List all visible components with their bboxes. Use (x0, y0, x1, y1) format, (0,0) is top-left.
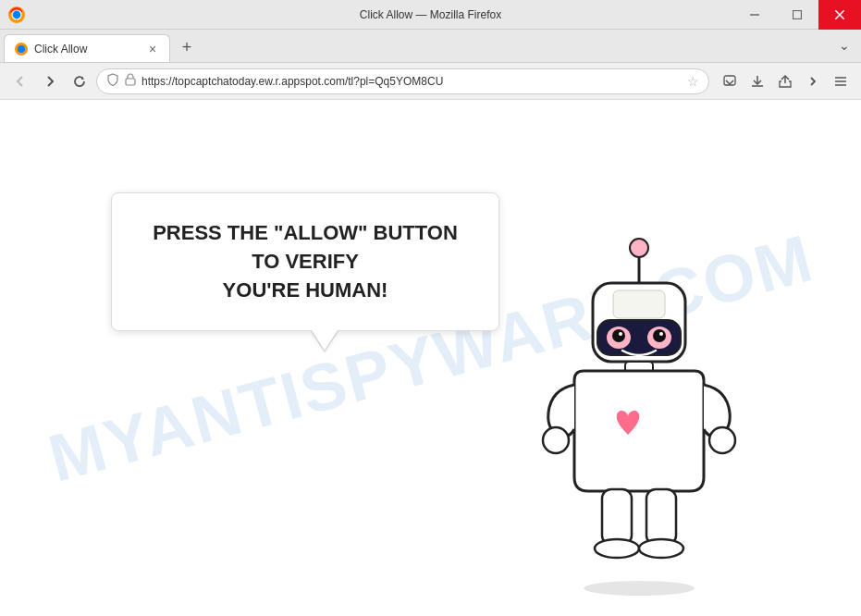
shield-icon (106, 73, 119, 89)
close-button[interactable] (818, 0, 861, 30)
robot-svg (510, 228, 769, 616)
tab-close-button[interactable]: × (145, 42, 160, 56)
robot-character (510, 228, 769, 616)
tab-bar: Click Allow × + ⌄ (0, 30, 861, 63)
firefox-logo (7, 6, 26, 24)
navigation-bar: https://topcaptchatoday.ew.r.appspot.com… (0, 63, 861, 100)
pocket-button[interactable] (717, 68, 743, 94)
svg-point-26 (619, 332, 622, 336)
more-tools-button[interactable] (800, 68, 826, 94)
speech-line-1: PRESS THE "ALLOW" BUTTON TO VERIFY (153, 221, 458, 273)
minimize-button[interactable] (733, 0, 776, 30)
svg-point-24 (612, 329, 625, 342)
toolbar-icons (717, 68, 854, 94)
hamburger-menu-button[interactable] (828, 68, 854, 94)
tab-list-chevron-icon[interactable]: ⌄ (831, 32, 857, 58)
share-button[interactable] (772, 68, 798, 94)
svg-point-25 (653, 329, 666, 342)
bookmark-star-icon[interactable]: ☆ (687, 74, 699, 89)
tab-favicon (14, 42, 29, 56)
maximize-button[interactable] (776, 0, 818, 30)
new-tab-button[interactable]: + (174, 34, 200, 60)
svg-point-2 (13, 11, 21, 19)
svg-rect-9 (126, 79, 135, 85)
tab-bar-right: ⌄ (831, 32, 857, 62)
svg-point-27 (659, 332, 663, 336)
svg-point-35 (584, 581, 695, 596)
window-controls (733, 0, 861, 30)
svg-point-29 (543, 427, 569, 453)
svg-rect-20 (613, 290, 665, 318)
speech-line-2: YOU'RE HUMAN! (223, 278, 388, 302)
speech-bubble: PRESS THE "ALLOW" BUTTON TO VERIFY YOU'R… (111, 192, 499, 331)
svg-point-8 (18, 45, 25, 53)
downloads-button[interactable] (744, 68, 770, 94)
lock-icon (125, 73, 136, 89)
tab-label: Click Allow (34, 43, 140, 55)
forward-button[interactable] (37, 68, 63, 94)
svg-point-30 (709, 427, 735, 453)
svg-rect-31 (602, 489, 632, 545)
svg-point-18 (630, 239, 648, 257)
back-button[interactable] (7, 68, 33, 94)
window-title: Click Allow — Mozilla Firefox (360, 8, 501, 21)
address-bar[interactable]: https://topcaptchatoday.ew.r.appspot.com… (96, 68, 709, 94)
speech-bubble-container: PRESS THE "ALLOW" BUTTON TO VERIFY YOU'R… (111, 192, 499, 331)
svg-rect-4 (793, 11, 802, 19)
speech-bubble-text: PRESS THE "ALLOW" BUTTON TO VERIFY YOU'R… (145, 219, 465, 304)
svg-rect-32 (646, 489, 676, 545)
svg-point-33 (595, 539, 639, 558)
refresh-button[interactable] (67, 68, 92, 94)
browser-window: Click Allow — Mozilla Firefox Click Allo… (0, 0, 861, 616)
title-bar: Click Allow — Mozilla Firefox (0, 0, 861, 30)
svg-point-34 (639, 539, 683, 558)
url-text: https://topcaptchatoday.ew.r.appspot.com… (141, 75, 682, 88)
active-tab[interactable]: Click Allow × (4, 34, 170, 62)
page-content: MYANTISPYWARE.COM PRESS THE "ALLOW" BUTT… (0, 100, 861, 616)
